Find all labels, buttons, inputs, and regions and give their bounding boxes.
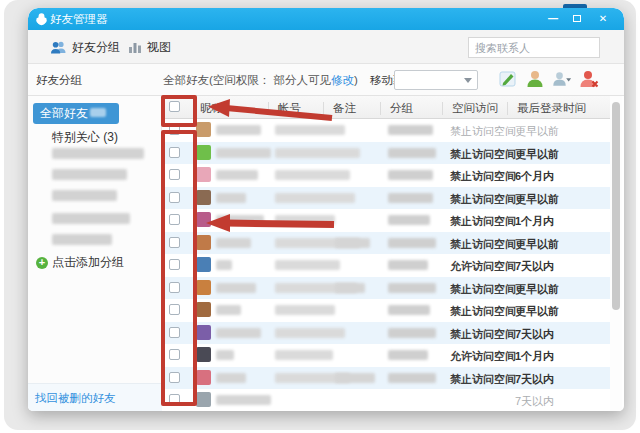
column-header[interactable]: 帐号	[278, 101, 301, 116]
sidebar-item-redacted[interactable]	[52, 169, 127, 180]
space-access-value: 禁止访问空间	[450, 192, 516, 207]
redacted-account	[275, 328, 345, 338]
redacted-group	[388, 350, 428, 360]
redacted-account	[275, 350, 333, 360]
last-login-value: 7天以内	[515, 259, 554, 274]
avatar	[196, 212, 211, 227]
redacted-group	[388, 238, 436, 248]
last-login-value: 1个月内	[515, 349, 554, 364]
column-header[interactable]: 分组	[390, 101, 413, 116]
avatar	[196, 325, 211, 340]
redacted-note	[335, 373, 375, 383]
space-access-value: 允许访问空间	[450, 259, 516, 274]
avatar	[196, 122, 211, 137]
table-row[interactable]: 7天以内	[162, 389, 610, 411]
close-button[interactable]: ✕	[594, 11, 612, 26]
redacted-nickname	[216, 260, 232, 270]
redacted-group	[388, 148, 436, 158]
sidebar-item-redacted[interactable]	[52, 213, 130, 224]
scrollbar-track[interactable]	[610, 96, 622, 411]
manage-friend-icon[interactable]	[552, 69, 572, 89]
avatar	[196, 167, 211, 182]
move-to-dropdown[interactable]	[394, 70, 478, 90]
redacted-group	[388, 125, 433, 135]
space-access-value: 禁止访问空间	[450, 147, 516, 162]
space-access-value: 禁止访问空间	[450, 282, 516, 297]
last-login-value: 更早以前	[515, 124, 559, 139]
column-header[interactable]: 昵称	[200, 101, 223, 116]
scope-text: 全部好友(空间权限： 部分人可见修改)	[163, 73, 358, 88]
last-login-value: 更早以前	[515, 282, 559, 297]
redacted-nickname	[216, 328, 261, 338]
annotation-rect-row-checkboxes	[161, 130, 197, 406]
window-title: 好友管理器	[50, 12, 108, 27]
delete-friend-icon[interactable]	[579, 69, 599, 89]
sidebar-item-redacted[interactable]	[52, 190, 117, 201]
redacted-account	[275, 170, 350, 180]
table-row[interactable]: 禁止访问空间更早以前	[162, 232, 610, 255]
table-row[interactable]: 禁止访问空间7天以内	[162, 322, 610, 345]
add-group-button[interactable]: +点击添加分组	[36, 254, 124, 271]
table-row[interactable]: 禁止访问空间6个月内	[162, 164, 610, 187]
column-header[interactable]: 空间访问	[452, 101, 498, 116]
redacted-note	[335, 238, 370, 248]
table-row[interactable]: 禁止访问空间更早以前	[162, 142, 610, 165]
sidebar-item-all-friends[interactable]: 全部好友	[33, 103, 119, 124]
recover-deleted-friends-link[interactable]: 找回被删的好友	[35, 391, 116, 406]
sidebar-item-redacted[interactable]	[52, 148, 144, 159]
sidebar-item-label: 全部好友	[40, 106, 88, 120]
table-row[interactable]: 允许访问空间1个月内	[162, 344, 610, 367]
redacted-group	[388, 193, 433, 203]
space-access-value: 禁止访问空间	[450, 327, 516, 342]
table-row[interactable]: 允许访问空间7天以内	[162, 254, 610, 277]
redacted-account	[275, 148, 360, 158]
redacted-nickname	[216, 305, 241, 315]
add-friend-icon[interactable]	[525, 69, 545, 89]
edit-remark-icon[interactable]	[498, 69, 518, 89]
tab-view-label: 视图	[147, 39, 171, 56]
last-login-value: 7天以内	[515, 327, 554, 342]
space-access-value: 禁止访问空间	[450, 214, 516, 229]
table-row[interactable]: 禁止访问空间7天以内	[162, 367, 610, 390]
redacted-account	[275, 260, 340, 270]
avatar	[196, 302, 211, 317]
column-header[interactable]: 备注	[333, 101, 356, 116]
last-login-value: 更早以前	[515, 237, 559, 252]
redacted-account	[275, 125, 345, 135]
space-access-value: 禁止访问空间	[450, 169, 516, 184]
titlebar[interactable]: 好友管理器 — ✕	[28, 8, 624, 30]
chevron-down-icon	[464, 78, 472, 83]
avatar	[196, 392, 211, 407]
last-login-value: 7天以内	[515, 394, 554, 409]
redacted-group	[388, 170, 433, 180]
tab-friend-groups[interactable]: 好友分组	[50, 37, 120, 57]
redacted-group	[388, 305, 430, 315]
friend-groups-icon	[50, 41, 67, 54]
subheader: 好友分组 全部好友(空间权限： 部分人可见修改) 移动到	[28, 64, 624, 96]
redacted-nickname	[216, 193, 246, 203]
friend-manager-window: 好友管理器 — ✕ 好友分组	[28, 8, 624, 411]
redacted-nickname	[216, 148, 271, 158]
search-input[interactable]	[469, 39, 599, 58]
redacted-nickname	[216, 350, 234, 360]
sidebar-item-special-care[interactable]: 特别关心 (3)	[52, 129, 118, 146]
minimize-button[interactable]: —	[544, 11, 562, 26]
modify-permission-link[interactable]: 修改	[331, 74, 354, 86]
avatar	[196, 280, 211, 295]
search-box	[468, 37, 600, 58]
table-row[interactable]: 禁止访问空间1个月内	[162, 209, 610, 232]
column-header[interactable]: 最后登录时间	[517, 101, 586, 116]
maximize-button[interactable]	[568, 11, 586, 26]
sidebar-item-redacted[interactable]	[52, 234, 112, 245]
friend-table: 昵称帐号备注分组空间访问最后登录时间 禁止访问空间更早以前禁止访问空间更早以前禁…	[162, 96, 610, 411]
last-login-value: 6个月内	[515, 169, 554, 184]
scrollbar-thumb[interactable]	[612, 102, 620, 310]
table-row[interactable]: 禁止访问空间更早以前	[162, 299, 610, 322]
redacted-nickname	[216, 125, 261, 135]
tab-view[interactable]: 视图	[128, 37, 171, 57]
redacted-nickname	[216, 238, 251, 248]
table-row[interactable]: 禁止访问空间更早以前	[162, 277, 610, 300]
space-access-value: 禁止访问空间	[450, 124, 516, 139]
table-row[interactable]: 禁止访问空间更早以前	[162, 187, 610, 210]
table-row[interactable]: 禁止访问空间更早以前	[162, 119, 610, 142]
